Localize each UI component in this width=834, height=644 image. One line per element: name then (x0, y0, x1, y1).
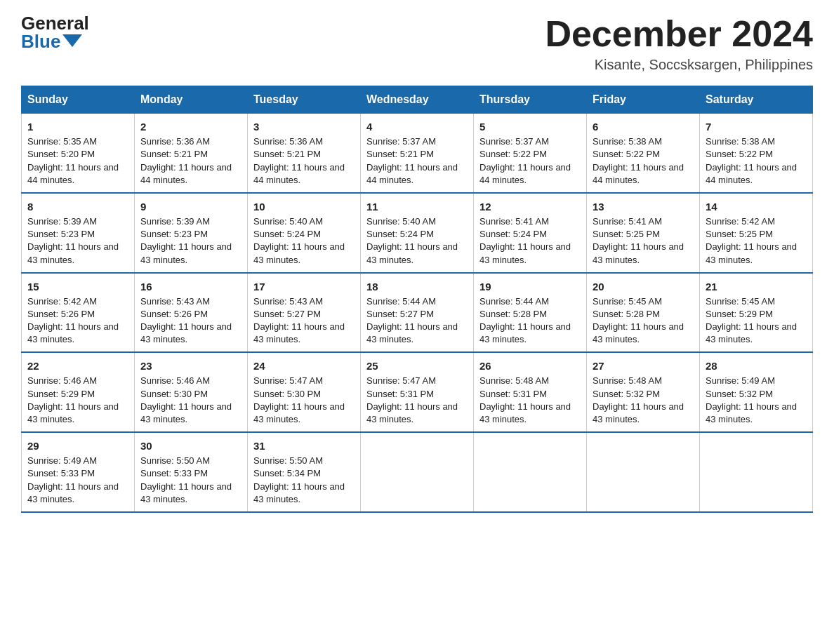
day-number: 17 (253, 279, 355, 294)
daylight-text: Daylight: 11 hours and 43 minutes. (140, 481, 232, 504)
daylight-text: Daylight: 11 hours and 43 minutes. (593, 241, 684, 264)
sunset-text: Sunset: 5:22 PM (706, 149, 773, 159)
day-number: 3 (253, 119, 355, 134)
table-row: 14 Sunrise: 5:42 AM Sunset: 5:25 PM Dayl… (700, 193, 813, 273)
table-row (700, 432, 813, 512)
day-number: 26 (479, 358, 581, 373)
col-wednesday: Wednesday (361, 86, 474, 114)
sunrise-text: Sunrise: 5:42 AM (706, 216, 775, 227)
day-number: 4 (366, 119, 468, 134)
logo-blue-text: Blue (21, 32, 82, 51)
day-number: 29 (27, 438, 128, 453)
table-row: 21 Sunrise: 5:45 AM Sunset: 5:29 PM Dayl… (700, 273, 813, 353)
daylight-text: Daylight: 11 hours and 43 minutes. (479, 241, 571, 264)
daylight-text: Daylight: 11 hours and 43 minutes. (140, 241, 232, 264)
sunset-text: Sunset: 5:23 PM (27, 229, 95, 239)
sunrise-text: Sunrise: 5:46 AM (27, 375, 97, 386)
sunset-text: Sunset: 5:21 PM (366, 149, 434, 159)
sunset-text: Sunset: 5:28 PM (479, 309, 547, 319)
table-row: 8 Sunrise: 5:39 AM Sunset: 5:23 PM Dayli… (22, 193, 135, 273)
sunrise-text: Sunrise: 5:43 AM (253, 296, 323, 307)
page-header: General Blue December 2024 Kisante, Socc… (21, 14, 813, 73)
daylight-text: Daylight: 11 hours and 43 minutes. (27, 321, 119, 344)
table-row: 25 Sunrise: 5:47 AM Sunset: 5:31 PM Dayl… (361, 352, 474, 432)
sunset-text: Sunset: 5:24 PM (479, 229, 547, 239)
day-number: 10 (253, 199, 355, 214)
daylight-text: Daylight: 11 hours and 43 minutes. (27, 481, 119, 504)
daylight-text: Daylight: 11 hours and 43 minutes. (366, 401, 458, 424)
sunset-text: Sunset: 5:28 PM (593, 309, 660, 319)
calendar-header-row: Sunday Monday Tuesday Wednesday Thursday… (22, 86, 813, 114)
sunset-text: Sunset: 5:21 PM (253, 149, 321, 159)
table-row: 2 Sunrise: 5:36 AM Sunset: 5:21 PM Dayli… (135, 114, 248, 193)
table-row: 10 Sunrise: 5:40 AM Sunset: 5:24 PM Dayl… (248, 193, 361, 273)
daylight-text: Daylight: 11 hours and 43 minutes. (253, 241, 345, 264)
sunset-text: Sunset: 5:33 PM (140, 468, 208, 478)
sunset-text: Sunset: 5:23 PM (140, 229, 208, 239)
sunset-text: Sunset: 5:27 PM (253, 309, 321, 319)
daylight-text: Daylight: 11 hours and 43 minutes. (140, 321, 232, 344)
table-row: 4 Sunrise: 5:37 AM Sunset: 5:21 PM Dayli… (361, 114, 474, 193)
table-row: 3 Sunrise: 5:36 AM Sunset: 5:21 PM Dayli… (248, 114, 361, 193)
daylight-text: Daylight: 11 hours and 43 minutes. (253, 481, 345, 504)
col-thursday: Thursday (474, 86, 587, 114)
day-number: 12 (479, 199, 581, 214)
sunrise-text: Sunrise: 5:40 AM (366, 216, 436, 227)
sunrise-text: Sunrise: 5:36 AM (253, 136, 323, 147)
sunset-text: Sunset: 5:24 PM (366, 229, 434, 239)
table-row: 22 Sunrise: 5:46 AM Sunset: 5:29 PM Dayl… (22, 352, 135, 432)
table-row: 12 Sunrise: 5:41 AM Sunset: 5:24 PM Dayl… (474, 193, 587, 273)
calendar-week-row: 15 Sunrise: 5:42 AM Sunset: 5:26 PM Dayl… (22, 273, 813, 353)
table-row: 18 Sunrise: 5:44 AM Sunset: 5:27 PM Dayl… (361, 273, 474, 353)
day-number: 24 (253, 358, 355, 373)
daylight-text: Daylight: 11 hours and 43 minutes. (593, 401, 684, 424)
daylight-text: Daylight: 11 hours and 43 minutes. (593, 321, 684, 344)
day-number: 2 (140, 119, 241, 134)
calendar-week-row: 29 Sunrise: 5:49 AM Sunset: 5:33 PM Dayl… (22, 432, 813, 512)
table-row: 28 Sunrise: 5:49 AM Sunset: 5:32 PM Dayl… (700, 352, 813, 432)
sunrise-text: Sunrise: 5:48 AM (479, 375, 549, 386)
sunrise-text: Sunrise: 5:35 AM (27, 136, 97, 147)
col-tuesday: Tuesday (248, 86, 361, 114)
table-row (587, 432, 700, 512)
day-number: 11 (366, 199, 468, 214)
sunset-text: Sunset: 5:21 PM (140, 149, 208, 159)
table-row: 11 Sunrise: 5:40 AM Sunset: 5:24 PM Dayl… (361, 193, 474, 273)
daylight-text: Daylight: 11 hours and 43 minutes. (140, 401, 232, 424)
sunrise-text: Sunrise: 5:48 AM (593, 375, 662, 386)
calendar-week-row: 8 Sunrise: 5:39 AM Sunset: 5:23 PM Dayli… (22, 193, 813, 273)
month-title: December 2024 (545, 14, 813, 54)
sunrise-text: Sunrise: 5:43 AM (140, 296, 210, 307)
sunset-text: Sunset: 5:22 PM (593, 149, 660, 159)
sunset-text: Sunset: 5:29 PM (27, 389, 95, 399)
day-number: 1 (27, 119, 128, 134)
daylight-text: Daylight: 11 hours and 43 minutes. (366, 321, 458, 344)
table-row: 16 Sunrise: 5:43 AM Sunset: 5:26 PM Dayl… (135, 273, 248, 353)
sunset-text: Sunset: 5:25 PM (593, 229, 660, 239)
day-number: 21 (706, 279, 807, 294)
sunrise-text: Sunrise: 5:47 AM (253, 375, 323, 386)
table-row: 30 Sunrise: 5:50 AM Sunset: 5:33 PM Dayl… (135, 432, 248, 512)
daylight-text: Daylight: 11 hours and 43 minutes. (253, 321, 345, 344)
sunrise-text: Sunrise: 5:41 AM (479, 216, 549, 227)
daylight-text: Daylight: 11 hours and 43 minutes. (366, 241, 458, 264)
day-number: 22 (27, 358, 128, 373)
col-friday: Friday (587, 86, 700, 114)
table-row (361, 432, 474, 512)
table-row: 24 Sunrise: 5:47 AM Sunset: 5:30 PM Dayl… (248, 352, 361, 432)
day-number: 8 (27, 199, 128, 214)
sunrise-text: Sunrise: 5:50 AM (253, 455, 323, 466)
sunrise-text: Sunrise: 5:39 AM (27, 216, 97, 227)
table-row: 20 Sunrise: 5:45 AM Sunset: 5:28 PM Dayl… (587, 273, 700, 353)
table-row: 17 Sunrise: 5:43 AM Sunset: 5:27 PM Dayl… (248, 273, 361, 353)
sunset-text: Sunset: 5:27 PM (366, 309, 434, 319)
table-row: 13 Sunrise: 5:41 AM Sunset: 5:25 PM Dayl… (587, 193, 700, 273)
calendar-week-row: 22 Sunrise: 5:46 AM Sunset: 5:29 PM Dayl… (22, 352, 813, 432)
day-number: 16 (140, 279, 241, 294)
day-number: 30 (140, 438, 241, 453)
sunset-text: Sunset: 5:25 PM (706, 229, 773, 239)
location-title: Kisante, Soccsksargen, Philippines (545, 57, 813, 73)
table-row: 7 Sunrise: 5:38 AM Sunset: 5:22 PM Dayli… (700, 114, 813, 193)
daylight-text: Daylight: 11 hours and 44 minutes. (479, 162, 571, 185)
table-row: 26 Sunrise: 5:48 AM Sunset: 5:31 PM Dayl… (474, 352, 587, 432)
